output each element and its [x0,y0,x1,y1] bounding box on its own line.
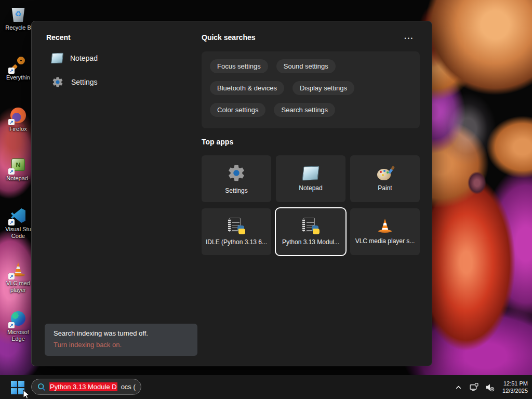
top-apps-title: Top apps [202,138,233,146]
chip-color-settings[interactable]: Color settings [210,103,265,117]
system-tray: 12:51 PM 12/3/2025 [453,375,528,399]
edge-icon: ↗ [9,310,27,327]
taskbar: Python 3.13 Module Docs ( 12:51 PM 12/3/… [0,375,532,399]
search-flyout-panel: Recent Notepad Settings Quick searches •… [31,21,432,366]
clock-time: 12:51 PM [502,380,528,387]
chip-search-settings[interactable]: Search settings [274,103,335,117]
notepad-icon [51,53,63,64]
desktop-icon-firefox[interactable]: ↗ Firefox [1,107,36,132]
network-icon[interactable] [468,381,480,393]
tile-label: Python 3.13 Modul... [282,238,339,246]
shortcut-arrow-icon: ↗ [8,119,15,125]
desktop-icon-vscode[interactable]: ↗ Visual Stu Code [1,207,36,240]
shortcut-arrow-icon: ↗ [8,219,15,225]
shortcut-arrow-icon: ↗ [8,68,15,74]
vlc-cone-icon [378,219,392,233]
quick-searches-card: Focus settings Sound settings Bluetooth … [202,51,420,128]
desktop-icon-everything[interactable]: ↗ Everythin [1,55,36,81]
indexing-notice: Search indexing was turned off. Turn ind… [45,324,197,356]
clock-date: 12/3/2025 [502,387,528,394]
chip-bluetooth-devices[interactable]: Bluetooth & devices [210,81,284,95]
desktop-icon-label: Firefox [9,126,27,132]
top-apps-grid: Settings Notepad Paint IDLE (Python 3.13… [202,155,420,255]
firefox-icon: ↗ [9,107,27,124]
top-app-tile-settings[interactable]: Settings [202,155,271,202]
gear-icon [51,76,64,88]
desktop-icon-label: VLC med player [1,280,35,294]
top-app-tile-idle[interactable]: IDLE (Python 3.13 6... [202,208,271,255]
top-app-tile-paint[interactable]: Paint [350,155,420,202]
turn-indexing-on-link[interactable]: Turn indexing back on. [54,341,189,349]
python-document-icon [302,218,319,234]
paint-palette-icon [377,166,393,180]
tile-label: Notepad [299,184,322,192]
search-text-rest: ocs ( [121,383,136,391]
tile-label: Paint [378,184,392,192]
hidden-icons-chevron-icon[interactable] [453,381,464,393]
tile-label: Settings [225,187,247,194]
indexing-notice-message: Search indexing was turned off. [54,329,189,337]
windows-logo-icon [11,381,24,394]
start-button[interactable] [8,379,27,396]
top-app-tile-vlc[interactable]: VLC media player s... [350,208,420,255]
desktop-icon-label: Recycle B [5,24,31,31]
chip-sound-settings[interactable]: Sound settings [276,59,336,73]
more-options-icon[interactable]: ••• [405,36,414,41]
recycle-bin-icon: ♻ [9,5,27,23]
chip-focus-settings[interactable]: Focus settings [210,59,268,73]
gear-icon [227,163,246,183]
recent-item-label: Settings [71,78,98,86]
clock[interactable]: 12:51 PM 12/3/2025 [499,380,528,394]
everything-search-icon: ↗ [9,55,27,73]
volume-muted-icon[interactable] [484,381,495,393]
desktop-icon-recycle-bin[interactable]: ♻ Recycle B [1,5,36,31]
top-app-tile-notepad[interactable]: Notepad [276,155,345,202]
shortcut-arrow-icon: ↗ [8,322,15,328]
chip-display-settings[interactable]: Display settings [292,81,354,95]
tile-label: VLC media player s... [355,237,415,245]
desktop-icon-label: Notepad- [6,175,30,182]
shortcut-arrow-icon: ↗ [8,273,15,280]
recent-section-title: Recent [46,33,71,42]
recent-item-label: Notepad [70,54,98,62]
taskbar-search-input[interactable]: Python 3.13 Module Docs ( [31,379,141,395]
python-document-icon [228,218,245,234]
tile-label: IDLE (Python 3.13 6... [206,238,267,246]
recent-list: Notepad Settings [51,50,98,90]
recent-item-settings[interactable]: Settings [51,74,98,90]
desktop-icon-edge[interactable]: ↗ Microsof Edge [1,310,36,342]
quick-searches-title: Quick searches [202,33,256,42]
search-text-selected: Python 3.13 Module D [49,382,117,391]
shortcut-arrow-icon: ↗ [8,168,15,175]
recent-item-notepad[interactable]: Notepad [51,50,98,66]
top-app-tile-python-module-docs[interactable]: Python 3.13 Modul... [276,208,345,255]
desktop-icon-notepad-plus-plus[interactable]: N ↗ Notepad- [1,156,36,182]
desktop-icon-label: Visual Stu Code [1,226,35,240]
desktop-icon-label: Microsof Edge [1,329,35,342]
desktop-icon-label: Everythin [6,74,30,81]
vscode-icon: ↗ [9,207,27,224]
notepad-icon [302,166,320,180]
notepad-plus-plus-icon: N ↗ [9,156,27,174]
desktop-icon-vlc[interactable]: ↗ VLC med player [1,261,36,294]
vlc-cone-icon: ↗ [9,261,27,278]
search-icon [37,382,46,391]
